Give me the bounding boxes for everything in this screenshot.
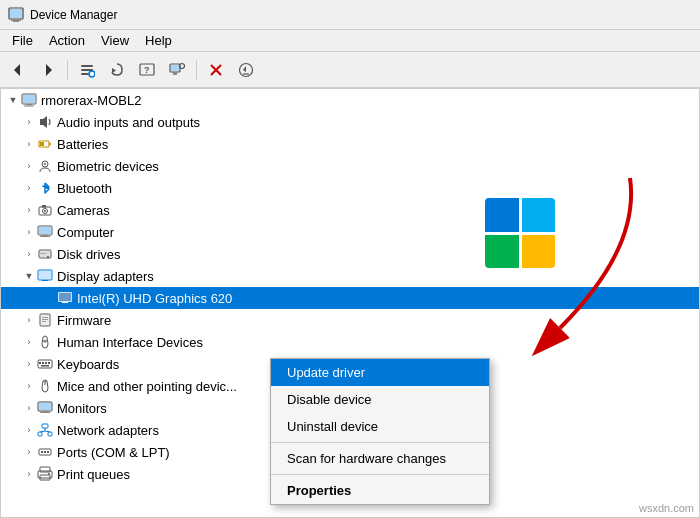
svg-rect-46 [40,253,46,254]
tree-root[interactable]: ▼ rmorerax-MOBL2 [1,89,699,111]
ctx-update-driver[interactable]: Update driver [271,359,489,386]
ports-toggle[interactable]: › [21,444,37,460]
display-label: Display adapters [57,269,695,284]
ctx-scan-hardware[interactable]: Scan for hardware changes [271,445,489,472]
svg-rect-8 [81,73,89,75]
biometric-toggle[interactable]: › [21,158,37,174]
network-toggle[interactable]: › [21,422,37,438]
hid-toggle[interactable]: › [21,334,37,350]
tree-item-hid[interactable]: › Human Interface Devices [1,331,699,353]
svg-rect-6 [81,65,93,67]
mice-toggle[interactable]: › [21,378,37,394]
intel-label: Intel(R) UHD Graphics 620 [77,291,695,306]
disk-label: Disk drives [57,247,695,262]
ctx-disable-device[interactable]: Disable device [271,386,489,413]
svg-marker-23 [246,66,249,72]
svg-rect-31 [40,142,44,146]
cameras-icon [37,202,53,218]
svg-rect-14 [171,65,179,71]
batteries-toggle[interactable]: › [21,136,37,152]
keyboards-icon [37,356,53,372]
bluetooth-icon [37,180,53,196]
svg-rect-72 [42,424,48,428]
menu-bar: File Action View Help [0,30,700,52]
svg-rect-70 [42,411,48,412]
svg-line-76 [40,431,45,432]
svg-rect-73 [38,432,42,436]
bluetooth-label: Bluetooth [57,181,695,196]
cameras-toggle[interactable]: › [21,202,37,218]
ctx-sep-1 [271,442,489,443]
svg-marker-22 [243,66,246,72]
menu-view[interactable]: View [93,31,137,50]
menu-help[interactable]: Help [137,31,180,50]
svg-rect-37 [42,205,46,208]
svg-rect-49 [42,280,48,281]
disk-icon [37,246,53,262]
svg-point-9 [89,71,95,77]
tree-item-bluetooth[interactable]: › Bluetooth [1,177,699,199]
tree-item-firmware[interactable]: › Firmware [1,309,699,331]
update-button[interactable] [103,56,131,84]
monitors-icon [37,400,53,416]
ctx-uninstall-device[interactable]: Uninstall device [271,413,489,440]
monitors-toggle[interactable]: › [21,400,37,416]
svg-rect-51 [59,293,71,301]
svg-text:?: ? [144,65,150,75]
print-toggle[interactable]: › [21,466,37,482]
batteries-icon [37,136,53,152]
keyboards-toggle[interactable]: › [21,356,37,372]
svg-point-85 [48,473,50,475]
svg-rect-32 [49,143,51,145]
svg-rect-61 [39,362,41,364]
ctx-sep-2 [271,474,489,475]
tree-item-audio[interactable]: › Audio inputs and outputs [1,111,699,133]
display-toggle[interactable]: ▼ [21,268,37,284]
audio-icon [37,114,53,130]
delete-button[interactable] [202,56,230,84]
properties-button[interactable] [73,56,101,84]
win-logo-q4 [522,235,556,269]
app-icon [8,7,24,23]
menu-action[interactable]: Action [41,31,93,50]
tree-item-computer[interactable]: › Computer [1,221,699,243]
svg-rect-15 [172,72,178,73]
tree-item-intel[interactable]: Intel(R) UHD Graphics 620 [1,287,699,309]
download-button[interactable] [232,56,260,84]
intel-icon [57,290,73,306]
forward-button[interactable] [34,56,62,84]
tree-item-display[interactable]: ▼ Display adapters [1,265,699,287]
audio-toggle[interactable]: › [21,114,37,130]
svg-rect-27 [26,104,32,106]
back-button[interactable] [4,56,32,84]
watermark: wsxdn.com [639,502,694,514]
win-logo-q3 [485,235,519,269]
cameras-label: Cameras [57,203,695,218]
disk-toggle[interactable]: › [21,246,37,262]
firmware-toggle[interactable]: › [21,312,37,328]
scan-button[interactable] [163,56,191,84]
tree-item-cameras[interactable]: › Cameras [1,199,699,221]
tree-item-disk[interactable]: › Disk drives [1,243,699,265]
biometric-icon [37,158,53,174]
help-button[interactable]: ? [133,56,161,84]
menu-file[interactable]: File [4,31,41,50]
win-logo-q1 [485,198,519,232]
svg-rect-1 [11,19,21,21]
svg-rect-55 [42,317,48,318]
ports-icon [37,444,53,460]
ctx-properties[interactable]: Properties [271,477,489,504]
computer-toggle[interactable]: › [21,224,37,240]
root-toggle[interactable]: ▼ [5,92,21,108]
tree-item-biometric[interactable]: › Biometric devices [1,155,699,177]
tree-item-batteries[interactable]: › Batteries [1,133,699,155]
svg-rect-40 [39,227,51,234]
svg-rect-2 [13,21,19,22]
bluetooth-toggle[interactable]: › [21,180,37,196]
svg-rect-74 [48,432,52,436]
svg-rect-28 [24,106,34,107]
title-bar: Device Manager [0,0,700,30]
mice-icon [37,378,53,394]
svg-rect-62 [42,362,44,364]
computer-icon-2 [37,224,53,240]
